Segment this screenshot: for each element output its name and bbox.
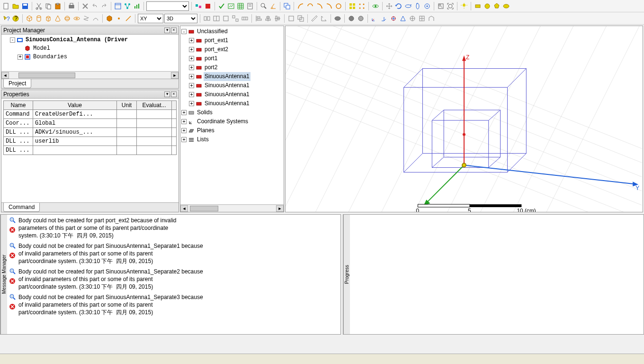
delete-icon[interactable] bbox=[81, 2, 89, 10]
property-row[interactable]: DLL ...userlib bbox=[4, 137, 177, 146]
render3-icon[interactable] bbox=[357, 14, 365, 23]
cs1-icon[interactable] bbox=[370, 14, 379, 23]
rotate2-icon[interactable] bbox=[404, 2, 412, 10]
polygon-shape-icon[interactable] bbox=[492, 2, 501, 10]
orbit-icon[interactable] bbox=[423, 2, 431, 10]
rect-shape-icon[interactable] bbox=[474, 2, 482, 10]
expand-icon[interactable]: + bbox=[181, 119, 187, 124]
circle-shape-icon[interactable] bbox=[483, 2, 492, 10]
analyze-icon[interactable] bbox=[227, 2, 235, 10]
prop-close-icon[interactable]: × bbox=[171, 91, 177, 97]
expand-icon[interactable]: + bbox=[181, 137, 187, 142]
planes-node[interactable]: + Planes bbox=[181, 126, 283, 135]
model-node[interactable]: Model bbox=[2, 44, 178, 53]
line-tool-icon[interactable] bbox=[124, 14, 133, 23]
message-row[interactable]: Body could not be created for part port_… bbox=[9, 217, 339, 239]
save-icon[interactable] bbox=[21, 2, 29, 10]
render2-icon[interactable] bbox=[347, 14, 356, 23]
scroll-right-icon[interactable]: ► bbox=[276, 205, 284, 212]
command-tab[interactable]: Command bbox=[3, 203, 40, 212]
expand-icon[interactable]: - bbox=[10, 37, 15, 43]
align2-icon[interactable] bbox=[264, 14, 272, 23]
stop-icon[interactable] bbox=[204, 2, 212, 10]
model-tree-item[interactable]: +SinuousAntenna1 bbox=[181, 90, 283, 99]
help-icon[interactable]: ? bbox=[11, 14, 20, 23]
view-dim-select[interactable]: 3D bbox=[164, 14, 197, 23]
point-icon[interactable] bbox=[115, 14, 123, 23]
expand-icon[interactable]: + bbox=[189, 38, 194, 43]
params-icon[interactable] bbox=[194, 2, 203, 10]
render1-icon[interactable] bbox=[333, 14, 342, 23]
prop-header-unit[interactable]: Unit bbox=[117, 101, 137, 110]
box3d-icon[interactable] bbox=[105, 14, 114, 23]
message-list[interactable]: Body could not be created for part port_… bbox=[7, 215, 340, 334]
message-row[interactable]: Body could not be created for part Sinuo… bbox=[9, 242, 339, 265]
torus-icon[interactable] bbox=[72, 14, 81, 23]
expand-icon[interactable]: - bbox=[181, 29, 187, 34]
prop-header-value[interactable]: Value bbox=[33, 101, 117, 110]
cascade-icon[interactable] bbox=[283, 2, 291, 10]
property-row[interactable]: Coor...Global bbox=[4, 119, 177, 128]
print-icon[interactable] bbox=[67, 2, 76, 10]
align1-icon[interactable] bbox=[254, 14, 263, 23]
array-icon[interactable] bbox=[358, 2, 366, 10]
prop-header-extra[interactable] bbox=[172, 101, 177, 110]
layer1-icon[interactable] bbox=[287, 14, 295, 23]
bond-icon[interactable] bbox=[91, 14, 100, 23]
view-plane-select[interactable]: XY bbox=[138, 14, 163, 23]
expand-icon[interactable]: + bbox=[189, 92, 194, 97]
rotate-icon[interactable] bbox=[394, 2, 403, 10]
unclassified-node[interactable]: - Unclassified bbox=[181, 27, 283, 36]
angle-icon[interactable] bbox=[269, 2, 277, 10]
zoom-fit-icon[interactable] bbox=[446, 2, 455, 10]
model-tree-item[interactable]: +SinuousAntenna1 bbox=[181, 99, 283, 108]
zoom-icon[interactable] bbox=[259, 2, 268, 10]
model-tree-item[interactable]: +port2 bbox=[181, 63, 283, 72]
property-row[interactable]: DLL ... bbox=[4, 146, 177, 155]
rotate3-icon[interactable] bbox=[413, 2, 422, 10]
align3-icon[interactable] bbox=[273, 14, 282, 23]
project-tab[interactable]: Project bbox=[3, 79, 31, 88]
prop-header-name[interactable]: Name bbox=[4, 101, 33, 110]
group3-icon[interactable] bbox=[222, 14, 230, 23]
scroll-right-icon[interactable]: ► bbox=[171, 72, 179, 79]
expand-icon[interactable]: + bbox=[18, 55, 23, 60]
arc4-icon[interactable] bbox=[325, 2, 333, 10]
mesh-icon[interactable] bbox=[236, 2, 245, 10]
network-icon[interactable] bbox=[123, 2, 132, 10]
message-row[interactable]: Body could not be created for part Sinuo… bbox=[9, 268, 339, 291]
expand-icon[interactable]: + bbox=[181, 110, 187, 115]
group2-icon[interactable] bbox=[212, 14, 221, 23]
box-icon[interactable] bbox=[25, 14, 34, 23]
prop-header-eval[interactable]: Evaluat... bbox=[137, 101, 172, 110]
pm-pin-icon[interactable]: ▾ bbox=[164, 27, 170, 33]
boundaries-node[interactable]: + Boundaries bbox=[2, 53, 178, 61]
property-row[interactable]: CommandCreateUserDefi... bbox=[4, 110, 177, 119]
help-arrow-icon[interactable]: ? bbox=[2, 14, 10, 23]
undo-icon[interactable] bbox=[90, 2, 99, 10]
empty-combo[interactable] bbox=[146, 1, 189, 11]
eye-icon[interactable] bbox=[371, 2, 380, 10]
cs4-icon[interactable] bbox=[399, 14, 407, 23]
expand-icon[interactable]: + bbox=[189, 101, 194, 106]
validate-icon[interactable] bbox=[217, 2, 226, 10]
ellipse-shape-icon[interactable] bbox=[502, 2, 510, 10]
message-row[interactable]: Body could not be created for part Sinuo… bbox=[9, 293, 339, 316]
group5-icon[interactable] bbox=[241, 14, 249, 23]
expand-icon[interactable]: + bbox=[189, 56, 194, 61]
paste-icon[interactable] bbox=[54, 2, 62, 10]
coord-systems-node[interactable]: + Coordinate Systems bbox=[181, 117, 283, 126]
chart-icon[interactable] bbox=[133, 2, 141, 10]
project-root-node[interactable]: - SinuousConical_Antenna (Driver bbox=[2, 36, 178, 44]
expand-icon[interactable]: + bbox=[189, 74, 194, 79]
group1-icon[interactable] bbox=[203, 14, 211, 23]
model-tree-item[interactable]: +port_ext2 bbox=[181, 45, 283, 54]
expand-icon[interactable]: + bbox=[189, 83, 194, 88]
model-tree-item[interactable]: +port1 bbox=[181, 54, 283, 63]
cs3-icon[interactable] bbox=[389, 14, 398, 23]
3d-viewport[interactable]: Z Y 0 5 10 (cm) bbox=[285, 26, 643, 212]
tool-light-icon[interactable] bbox=[460, 2, 468, 10]
property-row[interactable]: DLL ...ADKv1/sinuous_... bbox=[4, 128, 177, 137]
fit-icon[interactable] bbox=[437, 2, 445, 10]
modeltree-hscrollbar[interactable]: ◄ ► bbox=[180, 204, 284, 212]
